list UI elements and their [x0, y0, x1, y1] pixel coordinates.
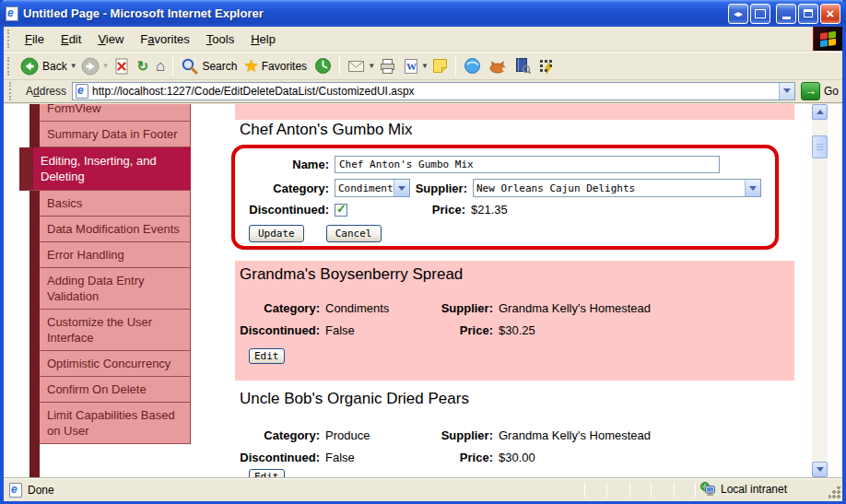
popout-icon: [755, 9, 766, 18]
sidebar-item-editing-inserting-deleting[interactable]: Editing, Inserting, and Deleting: [19, 147, 191, 191]
sidebar-navigation: FormView Summary Data in Footer Editing,…: [40, 104, 191, 444]
back-button[interactable]: Back: [17, 55, 71, 77]
go-label[interactable]: Go: [824, 85, 839, 98]
menu-view[interactable]: View: [89, 29, 132, 50]
vertical-scrollbar[interactable]: [812, 104, 828, 477]
edit-button-uncle-bob[interactable]: Edit: [249, 469, 285, 477]
address-url[interactable]: http://localhost:1227/Code/EditDeleteDat…: [92, 85, 775, 98]
toolbar-grip[interactable]: [7, 57, 12, 76]
address-bar: Address http://localhost:1227/Code/EditD…: [4, 80, 842, 103]
local-intranet-icon: [700, 482, 716, 497]
address-field[interactable]: http://localhost:1227/Code/EditDeleteDat…: [72, 82, 795, 100]
browser-window: Untitled Page - Microsoft Internet Explo…: [0, 0, 846, 504]
sidebar-item-basics[interactable]: Basics: [40, 191, 191, 217]
maximize-button[interactable]: [798, 4, 818, 24]
category-value: Produce: [320, 428, 424, 442]
menu-favorites[interactable]: Favorites: [132, 29, 197, 50]
category-select[interactable]: Condiments: [335, 179, 410, 197]
sidebar-item-optimistic-concurrency[interactable]: Optimistic Concurrency: [40, 351, 191, 377]
category-selected-value: Condiments: [335, 182, 394, 194]
sidebar-item-customize-the-user-interface[interactable]: Customize the User Interface: [40, 310, 191, 351]
address-dropdown-button[interactable]: [779, 83, 794, 100]
popout-button[interactable]: [750, 4, 770, 24]
animal-extension-button[interactable]: [485, 57, 511, 76]
back-dropdown-caret[interactable]: ▼: [70, 62, 77, 70]
product-title-chef-anton: Chef Anton's Gumbo Mix: [240, 121, 413, 139]
messenger-icon: [464, 57, 481, 75]
product-title-uncle-bob: Uncle Bob's Organic Dried Pears: [240, 390, 469, 408]
sidebar-item-adding-data-entry-validation[interactable]: Adding Data Entry Validation: [40, 268, 191, 310]
home-button[interactable]: ⌂: [152, 56, 169, 76]
history-button[interactable]: [311, 55, 335, 76]
print-button[interactable]: [375, 56, 400, 76]
scroll-up-button[interactable]: [812, 104, 828, 120]
standard-toolbar: Back ▼ ▼ ↻ ⌂ Search: [4, 52, 842, 80]
windows-logo: [813, 27, 842, 51]
security-zone: Local intranet: [700, 482, 787, 497]
chevron-up-icon: [817, 110, 824, 114]
chevron-down-icon: [783, 88, 791, 93]
supplier-label: Supplier:: [424, 428, 493, 442]
messenger-button[interactable]: [460, 55, 485, 76]
search-button[interactable]: Search: [177, 55, 241, 76]
menu-tools[interactable]: Tools: [198, 29, 242, 50]
address-grip[interactable]: [9, 82, 14, 100]
chevron-down-icon[interactable]: [394, 180, 409, 196]
go-button[interactable]: →: [801, 82, 820, 100]
chevron-down-icon[interactable]: [745, 180, 760, 196]
toolbar-separator: [172, 56, 173, 76]
edit-button-grandma[interactable]: Edit: [249, 348, 285, 364]
zone-text: Local intranet: [721, 483, 787, 496]
update-button[interactable]: Update: [249, 225, 304, 242]
close-button[interactable]: ×: [820, 4, 840, 24]
discontinued-label: Discontinued:: [235, 451, 320, 464]
mail-dropdown-caret[interactable]: ▼: [368, 62, 375, 70]
cancel-button[interactable]: Cancel: [326, 225, 382, 242]
svg-text:W: W: [406, 61, 417, 72]
favorites-button[interactable]: ★ Favorites: [241, 57, 311, 76]
price-value: $21.35: [471, 203, 508, 217]
mail-button[interactable]: [344, 57, 369, 76]
product-title-grandma: Grandma's Boysenberry Spread: [240, 265, 463, 284]
menu-grip[interactable]: [7, 29, 12, 48]
page-icon: [76, 84, 88, 99]
internet-explorer-icon: [6, 6, 18, 21]
supplier-select[interactable]: New Orleans Cajun Delights: [473, 179, 761, 197]
scrollbar-thumb[interactable]: [812, 135, 828, 158]
stop-button[interactable]: [110, 55, 134, 77]
sidebar-item-limit-capabilities[interactable]: Limit Capabilities Based on User: [40, 403, 191, 444]
print-icon: [379, 58, 396, 75]
supplier-value: Grandma Kelly's Homestead: [493, 301, 794, 315]
sidebar-item-formview[interactable]: FormView: [40, 104, 191, 122]
sidebar-item-data-modification-events[interactable]: Data Modification Events: [40, 217, 191, 242]
fox-icon: [488, 59, 507, 74]
sidebar-item-confirm-on-delete[interactable]: Confirm On Delete: [40, 377, 191, 403]
back-icon: [20, 57, 39, 76]
product-details: Category: Condiments Supplier: Grandma K…: [235, 301, 794, 337]
research-button[interactable]: [511, 55, 535, 76]
sidebar-item-summary-data-in-footer[interactable]: Summary Data in Footer: [40, 122, 191, 147]
refresh-button[interactable]: ↻: [134, 57, 153, 75]
edit-with-word-button[interactable]: W: [400, 56, 422, 76]
minimize-button[interactable]: [776, 4, 796, 24]
forward-icon: [81, 57, 100, 76]
name-input[interactable]: [335, 156, 720, 173]
forward-button[interactable]: [77, 55, 103, 77]
sidebar-item-error-handling[interactable]: Error Handling: [40, 242, 191, 268]
pixel-tool-button[interactable]: [535, 56, 558, 76]
forward-dropdown-caret[interactable]: ▼: [102, 62, 110, 70]
scroll-down-button[interactable]: [812, 462, 828, 477]
edit-dropdown-caret[interactable]: ▼: [421, 62, 429, 70]
menu-help[interactable]: Help: [242, 29, 284, 50]
name-row: Name:: [242, 156, 768, 173]
history-icon: [314, 57, 332, 75]
discontinued-checkbox[interactable]: [335, 204, 347, 217]
menu-edit[interactable]: Edit: [53, 29, 89, 50]
menu-file[interactable]: File: [17, 29, 53, 50]
search-icon: [181, 57, 198, 75]
status-separator: [674, 483, 675, 498]
search-label: Search: [202, 60, 237, 73]
resize-grip[interactable]: [828, 486, 840, 498]
restore-size-button[interactable]: ◂▸: [728, 4, 748, 24]
notes-button[interactable]: [429, 56, 452, 76]
